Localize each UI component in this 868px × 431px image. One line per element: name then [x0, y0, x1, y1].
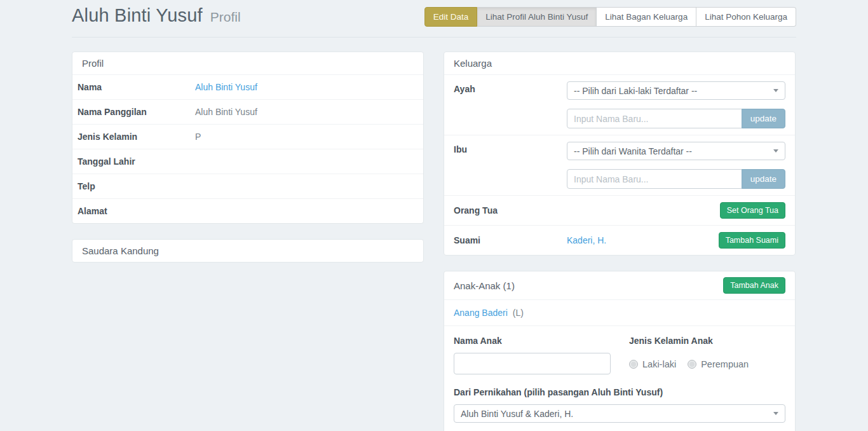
header-divider — [72, 37, 796, 38]
spouse-link[interactable]: Kaderi, H. — [567, 235, 606, 245]
page-header: Aluh Binti Yusuf Profil Edit Data Lihat … — [72, 0, 796, 27]
radio-female[interactable]: Perempuan — [688, 359, 749, 369]
form-columns: Nama Anak Jenis Kelamin Anak Laki-laki — [454, 336, 785, 374]
father-select[interactable]: -- Pilih dari Laki-laki Terdaftar -- — [567, 81, 785, 100]
right-column: Keluarga Ayah -- Pilih dari Laki-laki Te… — [444, 51, 796, 431]
mother-update-button[interactable]: update — [742, 169, 785, 189]
gender-radio-group: Laki-laki Perempuan — [629, 353, 785, 369]
spouse-label: Suami — [454, 235, 567, 245]
mother-label: Ibu — [454, 142, 567, 154]
chevron-down-icon — [773, 89, 778, 92]
row-label: Nama — [78, 82, 195, 92]
mother-input-group: update — [567, 169, 785, 189]
radio-icon — [629, 360, 638, 369]
table-row: Nama Aluh Binti Yusuf — [72, 74, 423, 99]
profile-panel-title-text: Profil — [82, 58, 104, 69]
row-label: Tanggal Lahir — [78, 156, 195, 167]
view-family-tree-button[interactable]: Lihat Pohon Keluarga — [696, 7, 796, 27]
siblings-panel-title: Saudara Kandung — [72, 240, 423, 262]
children-panel-heading: Anak-Anak (1) Tambah Anak — [444, 271, 795, 299]
father-controls: -- Pilih dari Laki-laki Terdaftar -- upd… — [567, 81, 785, 128]
mother-controls: -- Pilih dari Wanita Terdaftar -- update — [567, 142, 785, 189]
child-name-group: Nama Anak — [454, 336, 629, 374]
view-family-chart-button[interactable]: Lihat Bagan Keluarga — [597, 7, 696, 27]
left-column: Profil Nama Aluh Binti Yusuf Nama Panggi… — [72, 51, 424, 431]
mother-row: Ibu -- Pilih dari Wanita Terdaftar -- up… — [444, 135, 795, 195]
siblings-panel: Saudara Kandung — [72, 239, 424, 263]
child-gender-group: Jenis Kelamin Anak Laki-laki Perempuan — [629, 336, 785, 374]
profile-panel: Profil Nama Aluh Binti Yusuf Nama Panggi… — [72, 51, 424, 224]
row-label: Jenis Kelamin — [78, 132, 195, 142]
table-row: Jenis Kelamin P — [72, 124, 423, 149]
profile-table: Nama Aluh Binti Yusuf Nama Panggilan Alu… — [72, 74, 423, 223]
table-row: Nama Panggilan Aluh Binti Yusuf — [72, 99, 423, 124]
marriage-label: Dari Pernikahan (pilih pasangan Aluh Bin… — [454, 387, 785, 397]
father-update-button[interactable]: update — [742, 109, 785, 128]
father-input-group: update — [567, 109, 785, 128]
table-row: Tanggal Lahir — [72, 149, 423, 174]
child-name-input[interactable] — [454, 353, 611, 374]
page-subtitle: Profil — [210, 10, 241, 24]
row-label: Telp — [78, 181, 195, 191]
father-name-input[interactable] — [567, 109, 742, 128]
edit-data-button[interactable]: Edit Data — [424, 7, 478, 27]
chevron-down-icon — [773, 149, 778, 153]
table-row: Telp — [72, 174, 423, 198]
child-link[interactable]: Anang Baderi — [454, 308, 508, 318]
add-child-form: Nama Anak Jenis Kelamin Anak Laki-laki — [444, 325, 795, 431]
list-item: Anang Baderi (L) — [444, 299, 795, 325]
family-panel: Keluarga Ayah -- Pilih dari Laki-laki Te… — [444, 51, 796, 256]
child-name-label: Nama Anak — [454, 336, 629, 346]
title-block: Aluh Binti Yusuf Profil — [72, 4, 241, 26]
view-profile-button[interactable]: Lihat Profil Aluh Binti Yusuf — [477, 7, 597, 27]
marriage-select-value: Aluh Binti Yusuf & Kaderi, H. — [461, 409, 573, 419]
row-label: Alamat — [78, 206, 195, 216]
father-row: Ayah -- Pilih dari Laki-laki Terdaftar -… — [444, 74, 795, 135]
add-spouse-button[interactable]: Tambah Suami — [719, 232, 785, 249]
view-button-group: Edit Data Lihat Profil Aluh Binti Yusuf … — [424, 7, 796, 27]
row-value: Aluh Binti Yusuf — [195, 107, 257, 117]
father-label: Ayah — [454, 81, 567, 94]
parents-label: Orang Tua — [454, 205, 567, 216]
child-gender-label: Jenis Kelamin Anak — [629, 336, 785, 346]
child-gender: (L) — [513, 308, 524, 318]
father-select-value: -- Pilih dari Laki-laki Terdaftar -- — [574, 86, 697, 96]
set-parents-button[interactable]: Set Orang Tua — [720, 202, 785, 219]
profile-panel-title: Profil — [72, 52, 423, 74]
parents-row: Orang Tua Set Orang Tua — [444, 195, 795, 225]
row-value: P — [195, 132, 201, 142]
family-panel-title: Keluarga — [444, 52, 795, 74]
chevron-down-icon — [773, 412, 778, 415]
add-child-button[interactable]: Tambah Anak — [723, 277, 785, 294]
radio-male-label: Laki-laki — [642, 359, 676, 369]
page-title: Aluh Binti Yusuf — [72, 5, 203, 25]
content-columns: Profil Nama Aluh Binti Yusuf Nama Panggi… — [72, 51, 796, 431]
mother-select[interactable]: -- Pilih dari Wanita Terdaftar -- — [567, 142, 785, 160]
radio-male[interactable]: Laki-laki — [629, 359, 676, 369]
table-row: Alamat — [72, 198, 423, 223]
profile-name-link[interactable]: Aluh Binti Yusuf — [195, 82, 257, 92]
children-panel: Anak-Anak (1) Tambah Anak Anang Baderi (… — [444, 271, 796, 431]
spouse-row: Suami Kaderi, H. Tambah Suami — [444, 225, 795, 255]
radio-female-label: Perempuan — [701, 359, 749, 369]
row-label: Nama Panggilan — [78, 107, 195, 117]
family-panel-title-text: Keluarga — [454, 58, 492, 69]
radio-icon — [688, 360, 696, 369]
mother-name-input[interactable] — [567, 169, 742, 189]
page-container: Aluh Binti Yusuf Profil Edit Data Lihat … — [72, 0, 796, 431]
mother-select-value: -- Pilih dari Wanita Terdaftar -- — [574, 146, 692, 156]
siblings-panel-title-text: Saudara Kandung — [82, 245, 159, 256]
children-panel-title-text: Anak-Anak (1) — [454, 280, 515, 291]
marriage-select[interactable]: Aluh Binti Yusuf & Kaderi, H. — [454, 404, 785, 423]
